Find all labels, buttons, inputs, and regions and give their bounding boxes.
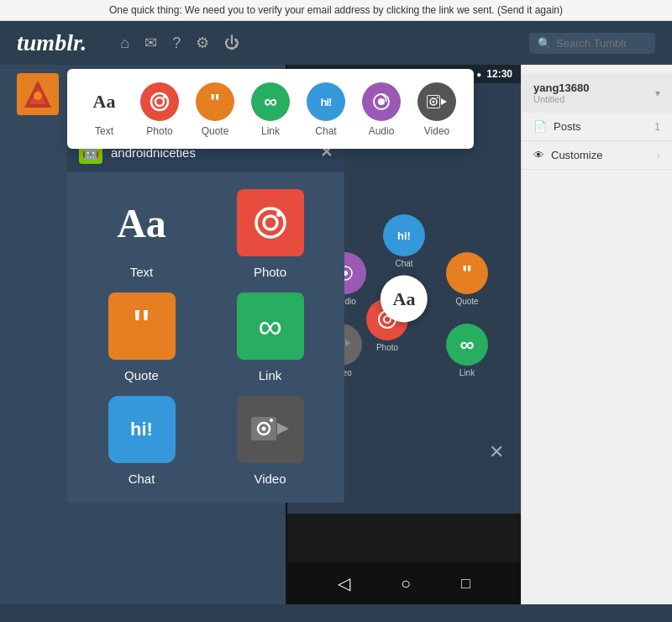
android-post-quote[interactable]: " Quote (84, 293, 199, 382)
android-post-text[interactable]: Aa Text (84, 189, 199, 279)
sidebar-user[interactable]: yang13680 Untitled ▾ (522, 73, 672, 113)
sidebar-posts-left: 📄 Posts (533, 120, 581, 133)
android-chat-icon: hi! (108, 396, 176, 463)
radial-link-label: Link (459, 368, 475, 377)
svg-point-14 (437, 97, 438, 98)
main-area: Aa Text Photo " Quote (0, 65, 672, 604)
tumblr-logo: tumblr. (17, 29, 87, 56)
text-label: Text (95, 125, 113, 137)
customize-icon: 👁 (533, 149, 544, 161)
svg-point-20 (261, 427, 265, 431)
search-icon: 🔍 (538, 37, 551, 50)
chevron-right-icon: › (657, 150, 660, 161)
post-type-popup: Aa Text Photo " Quote (67, 69, 474, 149)
photo-label: Photo (146, 125, 172, 137)
video-label: Video (424, 125, 449, 137)
post-type-link[interactable]: ∞ Link (250, 82, 291, 137)
android-link-icon: ∞ (237, 293, 304, 360)
post-type-video[interactable]: Video (417, 82, 457, 137)
radial-link-icon: ∞ (446, 324, 488, 366)
radial-photo-label: Photo (376, 343, 398, 352)
android-quote-icon: " (108, 293, 176, 360)
recents-button[interactable]: □ (461, 575, 470, 593)
header-nav: ⌂ ✉ ? ⚙ ⏻ (120, 34, 239, 52)
android-post-photo[interactable]: Photo (213, 189, 328, 279)
sidebar-blog-name: Untitled (533, 94, 590, 104)
home-icon[interactable]: ⌂ (120, 34, 129, 52)
android-text-label: Text (130, 265, 154, 279)
radial-quote[interactable]: " Quote (446, 252, 488, 306)
link-label: Link (261, 125, 280, 137)
avatar (17, 73, 59, 115)
svg-marker-22 (277, 423, 289, 435)
svg-marker-10 (441, 98, 447, 105)
android-text-icon: Aa (108, 189, 176, 256)
android-post-video[interactable]: Video (213, 396, 328, 486)
chevron-down-icon: ▾ (655, 87, 660, 99)
notification-bar: One quick thing: We need you to verify y… (0, 0, 672, 21)
search-input[interactable] (556, 37, 648, 50)
android-photo-icon (237, 189, 304, 256)
svg-point-2 (34, 92, 42, 100)
sidebar-posts-count: 1 (654, 121, 660, 133)
radial-chat-label: Chat (395, 259, 412, 268)
back-button[interactable]: ◁ (338, 573, 350, 593)
post-type-text[interactable]: Aa Text (84, 82, 124, 137)
sidebar-customize[interactable]: 👁 Customize › (522, 141, 672, 170)
photo-icon (140, 82, 179, 121)
notification-text: One quick thing: We need you to verify y… (109, 4, 563, 16)
help-icon[interactable]: ? (172, 34, 181, 52)
header-search[interactable]: 🔍 (529, 33, 655, 54)
radial-link[interactable]: ∞ Link (446, 324, 488, 377)
text-icon: Aa (85, 82, 123, 121)
chat-label: Chat (315, 125, 336, 137)
home-button[interactable]: ○ (401, 574, 411, 593)
audio-icon (362, 82, 401, 121)
mail-icon[interactable]: ✉ (144, 34, 157, 52)
android-link-label: Link (259, 368, 282, 382)
right-sidebar: yang13680 Untitled ▾ 📄 Posts 1 👁 Customi… (521, 65, 672, 604)
left-content: Aa Text Photo " Quote (0, 65, 521, 604)
post-type-audio[interactable]: Audio (361, 82, 402, 137)
posts-icon: 📄 (533, 120, 547, 133)
sidebar-user-info: yang13680 Untitled (533, 82, 590, 104)
android-post-link[interactable]: ∞ Link (213, 293, 328, 382)
post-type-quote[interactable]: " Quote (195, 82, 235, 137)
radial-quote-icon: " (446, 252, 488, 294)
video-icon (417, 82, 456, 121)
sidebar-posts[interactable]: 📄 Posts 1 (522, 113, 672, 141)
svg-point-16 (264, 216, 277, 229)
time-display: 12:30 (486, 68, 512, 80)
quote-icon: " (196, 82, 234, 121)
settings-icon[interactable]: ⚙ (196, 34, 209, 52)
radial-center-group[interactable]: Aa Text (396, 294, 412, 303)
android-photo-label: Photo (254, 265, 286, 279)
svg-point-4 (155, 98, 164, 106)
android-dialog: 🤖 androidniceties ✕ Aa Text (67, 132, 344, 503)
android-dialog-grid: Aa Text Photo " (67, 172, 344, 503)
svg-point-7 (378, 98, 385, 105)
chat-icon: hi! (307, 82, 345, 121)
post-type-chat[interactable]: hi! Chat (306, 82, 346, 137)
power-icon[interactable]: ⏻ (224, 34, 239, 52)
android-video-icon (237, 396, 304, 463)
sidebar-customize-label: Customize (551, 149, 602, 161)
android-post-chat[interactable]: hi! Chat (84, 396, 199, 486)
android-chat-label: Chat (129, 472, 155, 486)
radial-center-text: Aa (381, 275, 428, 322)
radial-chat[interactable]: hi! Chat (383, 214, 425, 268)
link-icon: ∞ (251, 82, 290, 121)
sidebar-username: yang13680 (533, 82, 590, 94)
radial-chat-icon: hi! (383, 214, 425, 256)
quote-label: Quote (202, 125, 229, 137)
android-quote-label: Quote (124, 368, 159, 382)
phone-nav-bar: ◁ ○ □ (287, 562, 521, 604)
svg-point-5 (163, 95, 166, 98)
post-type-photo[interactable]: Photo (139, 82, 180, 137)
sidebar-customize-left: 👁 Customize (533, 149, 602, 161)
sidebar-posts-label: Posts (554, 120, 581, 133)
audio-label: Audio (369, 125, 395, 137)
header: tumblr. ⌂ ✉ ? ⚙ ⏻ 🔍 (0, 21, 672, 65)
radial-quote-label: Quote (455, 297, 478, 306)
phone-close-button[interactable]: ✕ (489, 441, 504, 463)
